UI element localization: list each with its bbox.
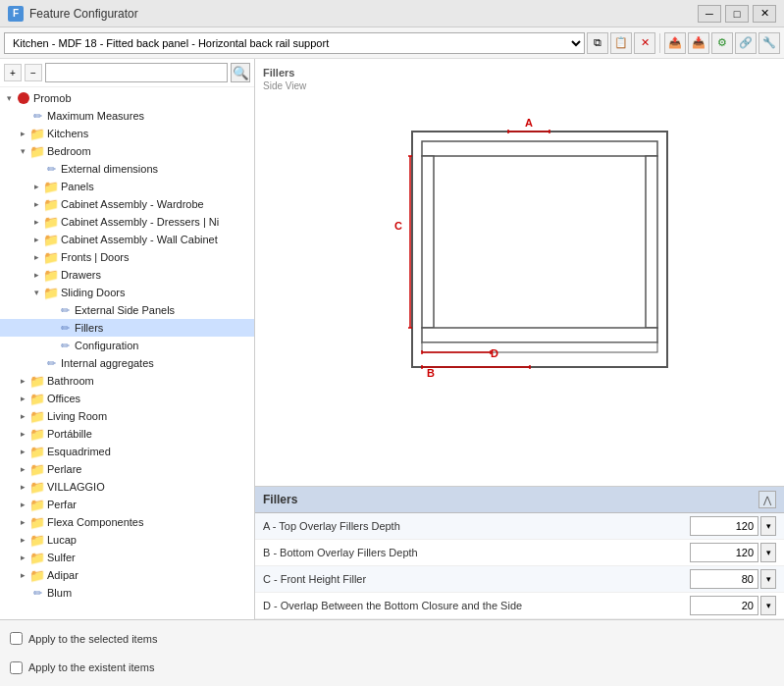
tree-item[interactable]: ▸📁Bathroom	[0, 372, 254, 390]
tree-item[interactable]: ▸📁Portábille	[0, 425, 254, 443]
tree-expander: ▸	[16, 409, 29, 423]
title-bar: F Feature Configurator ─ □ ✕	[0, 0, 784, 27]
tree-item[interactable]: ▸📁Perlare	[0, 460, 254, 478]
tree-expander: ▸	[29, 197, 43, 211]
property-row: D - Overlap Between the Bottom Closure a…	[255, 593, 784, 619]
tree-node-icon: ✏	[57, 320, 73, 336]
tree-node-icon: 📁	[43, 214, 59, 230]
svg-rect-2	[422, 156, 434, 328]
tree-expander	[43, 321, 57, 335]
tree-expand-btn[interactable]: +	[4, 64, 22, 81]
property-row: A - Top Overlay Fillers Depth ▾	[255, 513, 784, 540]
collapse-button[interactable]: ⋀	[758, 491, 776, 508]
tree-item-label: Bathroom	[47, 375, 94, 387]
property-value-input[interactable]	[690, 516, 758, 536]
tree-item-label: External Side Panels	[75, 304, 175, 316]
apply-existent-row[interactable]: Apply to the existent items	[10, 661, 774, 674]
config-dropdown[interactable]: Kitchen - MDF 18 - Fitted back panel - H…	[4, 32, 585, 54]
apply-existent-checkbox[interactable]	[10, 661, 23, 674]
apply-existent-label: Apply to the existent items	[28, 661, 154, 673]
diagram-title: Fillers	[263, 67, 776, 79]
svg-text:D: D	[491, 347, 498, 359]
tree-item[interactable]: ▸📁Lucap	[0, 531, 254, 549]
settings-icon-btn[interactable]: ⚙	[711, 32, 733, 54]
property-value-input[interactable]	[690, 596, 758, 615]
tree-item[interactable]: ▸📁Cabinet Assembly - Wall Cabinet	[0, 231, 254, 248]
svg-text:C: C	[394, 220, 402, 232]
apply-selected-label: Apply to the selected items	[28, 633, 157, 645]
tree-item[interactable]: ✏Internal aggregates	[0, 354, 254, 372]
tree-item[interactable]: ▸📁Panels	[0, 178, 254, 195]
tree-item[interactable]: ✏Configuration	[0, 337, 254, 354]
tree-expander: ▸	[29, 215, 43, 229]
tree-node-icon: 📁	[29, 391, 45, 406]
properties-title: Fillers	[263, 493, 297, 506]
tree-item[interactable]: ✏External dimensions	[0, 160, 254, 178]
tree-item[interactable]: ▸📁Offices	[0, 390, 254, 407]
main-content: + − 🔍 ▾Promob✏Maximum Measures▸📁Kitchens…	[0, 59, 784, 619]
tree-item[interactable]: ✏Blum	[0, 584, 254, 602]
tree-expander: ▸	[16, 445, 29, 458]
import-icon-btn[interactable]: 📥	[688, 32, 709, 54]
tree-node-icon: 📁	[29, 532, 45, 548]
export-icon-btn[interactable]: 📤	[664, 32, 686, 54]
tree-item[interactable]: ✏Fillers	[0, 319, 254, 337]
svg-rect-4	[422, 328, 657, 343]
maximize-button[interactable]: □	[725, 5, 749, 23]
tree-collapse-btn[interactable]: −	[25, 64, 42, 81]
tree-item[interactable]: ▸📁Perfar	[0, 496, 254, 513]
property-value-container: ▾	[690, 543, 776, 562]
tree-item-label: Perlare	[47, 463, 81, 475]
property-value-container: ▾	[690, 596, 776, 615]
apply-selected-checkbox[interactable]	[10, 632, 23, 645]
minimize-button[interactable]: ─	[698, 5, 721, 23]
property-row: C - Front Height Filler ▾	[255, 566, 784, 593]
tree-item-label: Living Room	[47, 410, 107, 422]
tree-item[interactable]: ▾📁Sliding Doors	[0, 284, 254, 301]
tree-item[interactable]: ▾📁Bedroom	[0, 142, 254, 160]
copy-icon-btn[interactable]: ⧉	[587, 32, 608, 54]
property-value-input[interactable]	[690, 543, 758, 562]
apply-selected-row[interactable]: Apply to the selected items	[10, 632, 774, 645]
tree-item[interactable]: ✏External Side Panels	[0, 301, 254, 319]
tree-item[interactable]: ▸📁Cabinet Assembly - Dressers | Ni	[0, 213, 254, 231]
tree-item-label: Flexa Componentes	[47, 516, 143, 528]
tree-expander: ▸	[16, 427, 29, 441]
tree-item[interactable]: ▸📁Adipar	[0, 566, 254, 584]
tree-item[interactable]: ▸📁Sulfer	[0, 549, 254, 566]
tree-node-icon: 📁	[43, 196, 59, 212]
tree-expander	[16, 109, 29, 123]
tree-item[interactable]: ▸📁VILLAGGIO	[0, 478, 254, 496]
tree-item[interactable]: ▸📁Esquadrimed	[0, 443, 254, 460]
link-icon-btn[interactable]: 🔗	[735, 32, 757, 54]
window-controls[interactable]: ─ □ ✕	[698, 5, 776, 23]
tree-node-icon: ✏	[43, 355, 59, 371]
property-dropdown-btn[interactable]: ▾	[760, 596, 776, 615]
tree-item[interactable]: ▸📁Drawers	[0, 266, 254, 284]
close-button[interactable]: ✕	[753, 5, 776, 23]
tree-item[interactable]: ▾Promob	[0, 89, 254, 107]
svg-text:A: A	[525, 117, 533, 129]
tree-item-label: Kitchens	[47, 128, 88, 139]
tree-item[interactable]: ▸📁Living Room	[0, 407, 254, 425]
tree-item[interactable]: ▸📁Cabinet Assembly - Wardrobe	[0, 195, 254, 213]
toolbar-separator-1	[659, 33, 660, 53]
property-value-input[interactable]	[690, 569, 758, 589]
tree-node-icon: ✏	[57, 302, 73, 318]
wrench-icon-btn[interactable]: 🔧	[758, 32, 780, 54]
tree-item[interactable]: ✏Maximum Measures	[0, 107, 254, 125]
property-dropdown-btn[interactable]: ▾	[760, 569, 776, 589]
right-panel: Fillers Side View A	[255, 59, 784, 619]
paste-icon-btn[interactable]: 📋	[610, 32, 632, 54]
search-button[interactable]: 🔍	[231, 63, 250, 82]
delete-icon-btn[interactable]: ✕	[634, 32, 655, 54]
tree-item-label: Internal aggregates	[61, 357, 154, 369]
tree-item[interactable]: ▸📁Fronts | Doors	[0, 248, 254, 266]
tree-item[interactable]: ▸📁Kitchens	[0, 125, 254, 142]
property-dropdown-btn[interactable]: ▾	[760, 516, 776, 536]
tree-item-label: Portábille	[47, 428, 92, 440]
property-dropdown-btn[interactable]: ▾	[760, 543, 776, 562]
search-input[interactable]	[45, 63, 228, 82]
tree-item[interactable]: ▸📁Flexa Componentes	[0, 513, 254, 531]
properties-header: Fillers ⋀	[255, 487, 784, 513]
